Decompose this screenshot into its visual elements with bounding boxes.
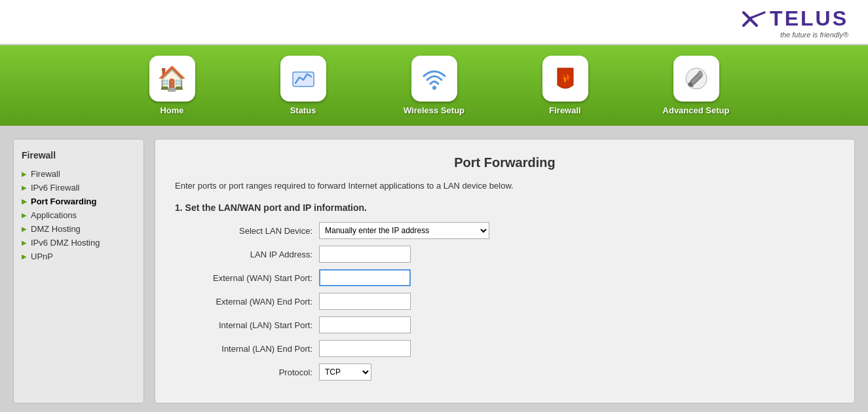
sidebar-title: Firewall bbox=[22, 150, 136, 160]
sidebar-item-ipv6firewall[interactable]: ▶ IPv6 Firewall bbox=[22, 181, 136, 195]
lan-start-input[interactable] bbox=[319, 316, 411, 333]
wan-end-input[interactable] bbox=[319, 293, 411, 310]
telus-logo-icon bbox=[741, 9, 767, 29]
svg-point-4 bbox=[432, 86, 436, 90]
arrow-icon: ▶ bbox=[22, 198, 27, 205]
nav-wireless-label: Wireless Setup bbox=[404, 105, 464, 115]
content-panel: Port Forwarding Enter ports or port rang… bbox=[155, 139, 855, 403]
wan-start-input[interactable] bbox=[319, 269, 411, 286]
arrow-icon: ▶ bbox=[22, 170, 27, 178]
nav-firewall[interactable]: Firewall bbox=[500, 52, 631, 119]
lan-end-row: Internal (LAN) End Port: bbox=[175, 340, 835, 357]
lan-end-input[interactable] bbox=[319, 340, 411, 357]
lan-end-label: Internal (LAN) End Port: bbox=[175, 344, 319, 354]
sidebar-item-ipv6dmz[interactable]: ▶ IPv6 DMZ Hosting bbox=[22, 236, 136, 250]
brand-name: TELUS bbox=[770, 7, 848, 31]
header: TELUS the future is friendly® bbox=[0, 0, 868, 45]
wireless-icon bbox=[411, 56, 457, 102]
nav-advanced[interactable]: Advanced Setup bbox=[631, 52, 762, 119]
sidebar-item-applications[interactable]: ▶ Applications bbox=[22, 208, 136, 222]
nav-wireless[interactable]: Wireless Setup bbox=[369, 52, 500, 119]
navbar: 🏠 Home Status Wireless Setup bbox=[0, 45, 868, 126]
wan-end-row: External (WAN) End Port: bbox=[175, 293, 835, 310]
lan-start-label: Internal (LAN) Start Port: bbox=[175, 320, 319, 330]
sidebar-item-portforwarding[interactable]: ▶ Port Forwarding bbox=[22, 195, 136, 208]
svg-line-7 bbox=[690, 84, 691, 85]
sidebar-item-dmz[interactable]: ▶ DMZ Hosting bbox=[22, 222, 136, 236]
logo-row: TELUS bbox=[741, 7, 848, 31]
home-icon: 🏠 bbox=[149, 56, 195, 102]
sidebar-item-label: Firewall bbox=[31, 169, 60, 179]
sidebar-item-label: DMZ Hosting bbox=[31, 224, 81, 234]
protocol-select[interactable]: TCP UDP Both bbox=[319, 364, 371, 381]
arrow-icon: ▶ bbox=[22, 239, 27, 246]
arrow-icon: ▶ bbox=[22, 253, 27, 260]
arrow-icon: ▶ bbox=[22, 212, 27, 219]
wan-end-label: External (WAN) End Port: bbox=[175, 297, 319, 307]
status-icon bbox=[280, 56, 326, 102]
nav-status-label: Status bbox=[290, 105, 316, 115]
sidebar-item-label: Port Forwarding bbox=[31, 197, 96, 206]
tagline: the future is friendly® bbox=[780, 31, 848, 39]
sidebar-item-firewall[interactable]: ▶ Firewall bbox=[22, 167, 136, 181]
lan-ip-input[interactable] bbox=[319, 246, 411, 263]
nav-status[interactable]: Status bbox=[238, 52, 369, 119]
logo-area: TELUS the future is friendly® bbox=[741, 7, 848, 39]
arrow-icon: ▶ bbox=[22, 225, 27, 233]
arrow-icon: ▶ bbox=[22, 184, 27, 191]
wan-start-label: External (WAN) Start Port: bbox=[175, 273, 319, 283]
lan-ip-label: LAN IP Address: bbox=[175, 250, 319, 259]
select-lan-row: Select LAN Device: Manually enter the IP… bbox=[175, 222, 835, 239]
sidebar-item-label: Applications bbox=[31, 210, 77, 220]
nav-advanced-label: Advanced Setup bbox=[663, 105, 730, 115]
nav-home[interactable]: 🏠 Home bbox=[107, 52, 238, 119]
svg-line-2 bbox=[751, 12, 764, 18]
select-lan-label: Select LAN Device: bbox=[175, 226, 319, 236]
nav-home-label: Home bbox=[160, 105, 183, 115]
main: Firewall ▶ Firewall ▶ IPv6 Firewall ▶ Po… bbox=[0, 126, 868, 412]
sidebar-item-label: IPv6 DMZ Hosting bbox=[31, 238, 100, 248]
sidebar-item-label: UPnP bbox=[31, 252, 53, 261]
firewall-icon bbox=[542, 56, 588, 102]
section-title: 1. Set the LAN/WAN port and IP informati… bbox=[175, 202, 835, 213]
select-lan-device[interactable]: Manually enter the IP address bbox=[319, 222, 489, 239]
content-description: Enter ports or port ranges required to f… bbox=[175, 181, 835, 191]
sidebar-item-upnp[interactable]: ▶ UPnP bbox=[22, 250, 136, 263]
sidebar-item-label: IPv6 Firewall bbox=[31, 183, 79, 193]
protocol-label: Protocol: bbox=[175, 367, 319, 377]
lan-start-row: Internal (LAN) Start Port: bbox=[175, 316, 835, 333]
sidebar: Firewall ▶ Firewall ▶ IPv6 Firewall ▶ Po… bbox=[13, 139, 144, 403]
svg-line-1 bbox=[744, 18, 751, 26]
advanced-icon bbox=[673, 56, 719, 102]
page-title: Port Forwarding bbox=[175, 155, 835, 170]
protocol-row: Protocol: TCP UDP Both bbox=[175, 364, 835, 381]
nav-firewall-label: Firewall bbox=[549, 105, 580, 115]
lan-ip-row: LAN IP Address: bbox=[175, 246, 835, 263]
wan-start-row: External (WAN) Start Port: bbox=[175, 269, 835, 286]
